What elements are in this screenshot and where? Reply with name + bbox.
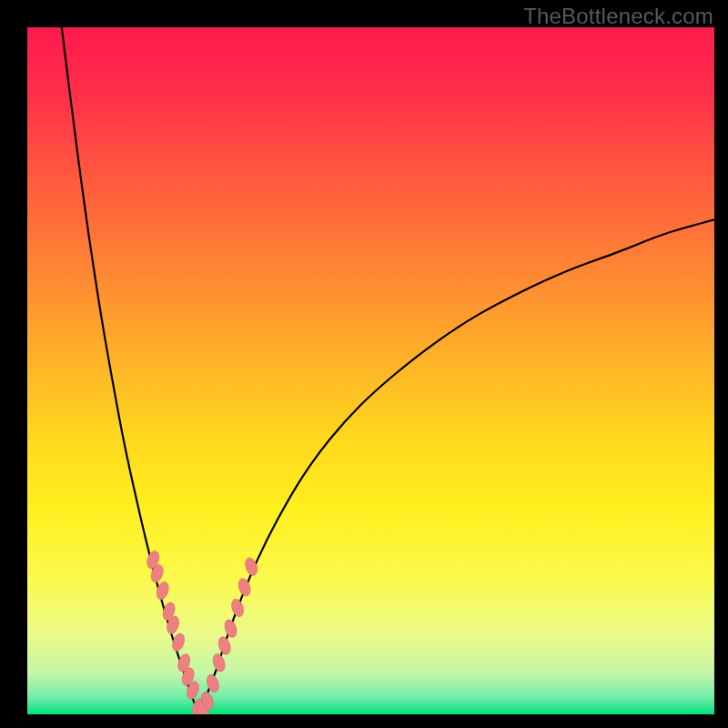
curve-marker: [237, 577, 253, 598]
curve-marker: [205, 673, 221, 694]
curve-right-branch: [199, 219, 714, 714]
curve-marker: [217, 635, 233, 656]
curve-marker: [211, 652, 228, 673]
plot-area: [27, 27, 714, 714]
curve-marker: [223, 618, 239, 639]
watermark-text: TheBottleneck.com: [523, 4, 713, 29]
curve-marker: [229, 598, 246, 619]
curve-left-branch: [62, 27, 199, 714]
curve-layer: [27, 27, 714, 714]
curve-marker: [170, 632, 187, 652]
marker-group: [145, 550, 259, 714]
outer-frame: TheBottleneck.com: [0, 0, 728, 728]
